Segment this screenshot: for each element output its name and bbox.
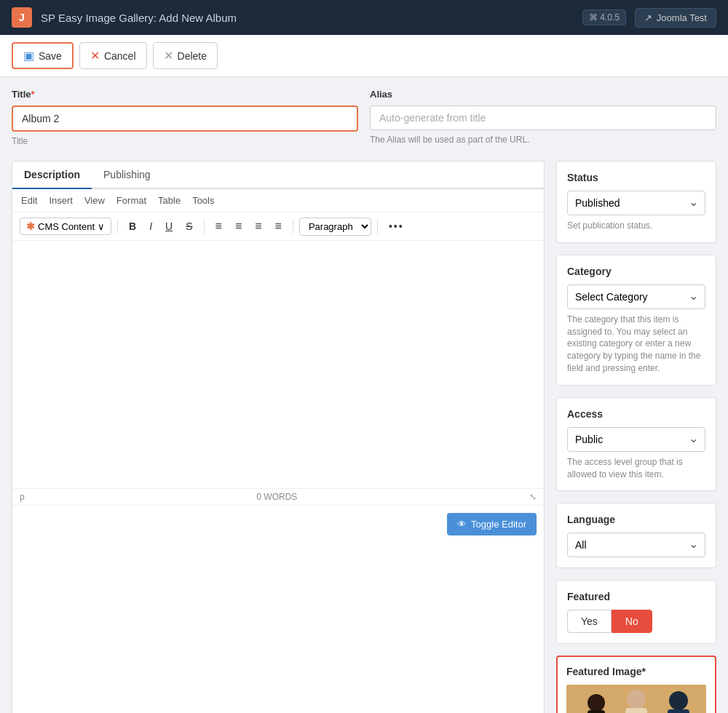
status-card: Status Published Unpublished Archived Se… xyxy=(556,161,716,243)
align-left-button[interactable]: ≡ xyxy=(210,217,227,236)
separator-4 xyxy=(377,219,378,234)
access-select-wrapper: Public Registered Special xyxy=(567,427,705,452)
menu-tools[interactable]: Tools xyxy=(192,195,214,206)
language-select-wrapper: All English xyxy=(567,533,705,557)
align-justify-button[interactable]: ≡ xyxy=(270,217,287,236)
svg-rect-8 xyxy=(625,708,647,713)
featured-image-svg xyxy=(566,685,706,713)
format-select[interactable]: Paragraph xyxy=(299,218,371,236)
eye-icon: 👁 xyxy=(457,519,467,530)
access-card: Access Public Registered Special The acc… xyxy=(556,397,716,492)
cms-chevron-icon: ∨ xyxy=(98,221,105,232)
category-select[interactable]: Select Category xyxy=(567,284,705,309)
menu-insert[interactable]: Insert xyxy=(49,195,73,206)
featured-image-preview xyxy=(566,685,706,713)
separator-2 xyxy=(204,219,205,234)
editor-section: Description Publishing Edit Insert View … xyxy=(12,161,545,713)
sidebar-section: Status Published Unpublished Archived Se… xyxy=(556,161,716,713)
joomla-test-button[interactable]: ↗ Joomla Test xyxy=(635,8,716,28)
cms-logo-icon: ✱ xyxy=(26,220,35,232)
align-center-button[interactable]: ≡ xyxy=(230,217,247,236)
save-label: Save xyxy=(39,50,62,62)
editor-footer: p 0 WORDS ⤡ xyxy=(12,488,544,505)
delete-label: Delete xyxy=(178,50,207,62)
separator-3 xyxy=(293,219,293,234)
menu-table[interactable]: Table xyxy=(158,195,181,206)
status-select[interactable]: Published Unpublished Archived xyxy=(567,191,705,215)
menu-view[interactable]: View xyxy=(84,195,105,206)
category-card: Category Select Category The category th… xyxy=(556,255,716,386)
alias-group: Alias The Alias will be used as part of … xyxy=(370,89,716,146)
featured-image-card: Featured Image* xyxy=(556,656,716,713)
access-select[interactable]: Public Registered Special xyxy=(567,427,705,452)
italic-button[interactable]: I xyxy=(144,218,157,235)
toggle-editor-label: Toggle Editor xyxy=(471,519,526,530)
user-label: Joomla Test xyxy=(657,12,707,23)
bold-button[interactable]: B xyxy=(124,218,141,235)
title-input[interactable] xyxy=(13,107,357,130)
content-area: Description Publishing Edit Insert View … xyxy=(12,161,716,713)
title-input-wrapper xyxy=(12,105,358,132)
joomla-logo: J xyxy=(12,7,32,28)
cancel-label: Cancel xyxy=(104,50,136,62)
underline-button[interactable]: U xyxy=(160,218,178,235)
external-icon: ↗ xyxy=(644,12,652,23)
alias-label: Alias xyxy=(370,89,716,100)
access-hint: The access level group that is allowed t… xyxy=(567,456,705,481)
alias-hint: The Alias will be used as part of the UR… xyxy=(370,135,716,145)
featured-image-required: * xyxy=(641,666,645,677)
category-select-wrapper: Select Category xyxy=(567,284,705,309)
featured-yes-button[interactable]: Yes xyxy=(567,610,612,633)
svg-point-3 xyxy=(587,694,605,712)
category-title: Category xyxy=(567,266,705,277)
word-count: 0 WORDS xyxy=(256,492,297,502)
alias-input[interactable] xyxy=(370,105,716,130)
paragraph-indicator: p xyxy=(20,492,25,502)
cms-content-button[interactable]: ✱ CMS Content ∨ xyxy=(20,218,111,235)
title-hint: Title xyxy=(12,136,358,146)
save-button[interactable]: ▣ Save xyxy=(12,42,74,69)
svg-point-11 xyxy=(669,691,688,710)
tabs: Description Publishing xyxy=(12,162,544,189)
featured-toggle-group: Yes No xyxy=(567,610,705,633)
toolbar: ▣ Save ✕ Cancel ✕ Delete xyxy=(0,35,728,77)
editor-body[interactable] xyxy=(12,241,544,488)
more-button[interactable]: ••• xyxy=(384,218,409,235)
editor-menubar: Edit Insert View Format Table Tools xyxy=(12,189,544,212)
menu-format[interactable]: Format xyxy=(116,195,146,206)
featured-title: Featured xyxy=(567,591,705,602)
status-hint: Set publication status. xyxy=(567,220,705,232)
navbar-right: ⌘ 4.0.5 ↗ Joomla Test xyxy=(582,8,716,28)
cancel-icon: ✕ xyxy=(90,49,100,63)
access-title: Access xyxy=(567,408,705,420)
navbar-left: J SP Easy Image Gallery: Add New Album xyxy=(12,7,237,28)
navbar: J SP Easy Image Gallery: Add New Album ⌘… xyxy=(0,0,728,35)
tab-description[interactable]: Description xyxy=(12,162,92,189)
delete-icon: ✕ xyxy=(164,49,173,63)
cancel-button[interactable]: ✕ Cancel xyxy=(79,42,147,69)
svg-point-7 xyxy=(627,690,646,709)
resize-handle[interactable]: ⤡ xyxy=(529,492,537,502)
delete-button[interactable]: ✕ Delete xyxy=(153,42,218,69)
strikethrough-button[interactable]: S xyxy=(181,218,197,235)
category-hint: The category that this item is assigned … xyxy=(567,314,705,375)
language-select[interactable]: All English xyxy=(567,533,705,557)
logo-text: J xyxy=(19,12,25,23)
editor-toolbar: ✱ CMS Content ∨ B I U S ≡ ≡ ≡ ≡ xyxy=(12,212,544,241)
featured-no-button[interactable]: No xyxy=(612,610,652,633)
page-title: SP Easy Image Gallery: Add New Album xyxy=(41,12,237,24)
save-icon: ▣ xyxy=(23,49,34,63)
menu-edit[interactable]: Edit xyxy=(21,195,37,206)
title-label: Title* xyxy=(12,89,358,100)
version-badge: ⌘ 4.0.5 xyxy=(582,9,626,25)
status-select-wrapper: Published Unpublished Archived xyxy=(567,191,705,215)
title-group: Title* Title xyxy=(12,89,358,146)
tab-publishing[interactable]: Publishing xyxy=(92,162,162,189)
toggle-editor-row: 👁 Toggle Editor xyxy=(12,505,544,543)
cms-content-label: CMS Content xyxy=(38,221,95,232)
main-content: Title* Title Alias The Alias will be use… xyxy=(0,77,728,713)
toggle-editor-button[interactable]: 👁 Toggle Editor xyxy=(447,513,537,535)
align-right-button[interactable]: ≡ xyxy=(250,217,266,236)
title-alias-row: Title* Title Alias The Alias will be use… xyxy=(12,89,716,146)
featured-image-title: Featured Image* xyxy=(566,666,706,677)
